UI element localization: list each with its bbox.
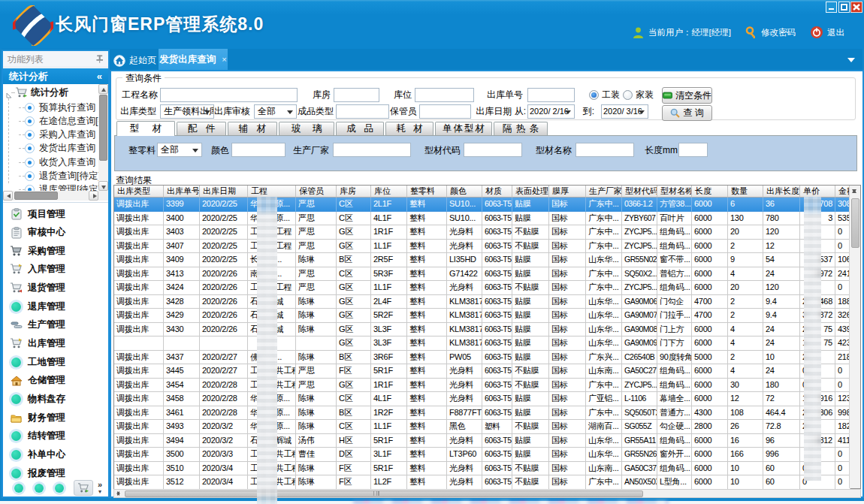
tab-close-icon[interactable]: ×: [222, 55, 226, 64]
sidebar-module-7[interactable]: 生产管理: [3, 316, 108, 334]
collapse-icon[interactable]: «: [97, 68, 102, 84]
column-header[interactable]: 整零料: [407, 186, 447, 198]
sidebar-module-8[interactable]: 出库管理: [3, 335, 108, 353]
material-tab-5[interactable]: 成品: [336, 122, 384, 135]
material-tab-7[interactable]: 单体型材: [435, 122, 492, 135]
maximize-button[interactable]: [838, 2, 850, 13]
table-row[interactable]: 调拨出库34092020/2/25长...陈琳B区2R5F整料LI35HD606…: [114, 253, 850, 267]
table-row[interactable]: 调拨出库33992020/2/25华原...严思C区2L1F整料SU10...6…: [114, 198, 850, 212]
profile-code-input[interactable]: [464, 143, 522, 157]
table-row[interactable]: 调拨出库35122020/3/4工共工程陈琳F区1L2F整料光身料6063-T5…: [114, 475, 850, 490]
tree-horizontal-scrollbar[interactable]: [3, 191, 98, 201]
tree-root[interactable]: 统计分析: [3, 86, 68, 99]
column-header[interactable]: 数量: [728, 186, 763, 198]
sidebar-module-1[interactable]: 项目管理: [3, 205, 108, 223]
material-tab-2[interactable]: 配件: [177, 122, 226, 135]
keeper-input[interactable]: [419, 104, 471, 119]
sidebar-module-11[interactable]: 物料盘存: [3, 391, 108, 409]
column-header[interactable]: 工程: [248, 186, 296, 198]
material-tab-6[interactable]: 耗材: [385, 122, 434, 135]
column-header[interactable]: 金额: [835, 186, 850, 198]
column-header[interactable]: 型材名称: [657, 186, 692, 198]
outbound-type-select[interactable]: 生产领料出库: [160, 104, 214, 119]
column-header[interactable]: 保管员: [296, 186, 337, 198]
module-dot-icon[interactable]: [14, 484, 23, 493]
table-vertical-scrollbar[interactable]: [849, 186, 860, 488]
close-button[interactable]: [850, 2, 862, 13]
sidebar-module-10[interactable]: 仓储管理: [3, 372, 108, 390]
date-from-picker[interactable]: 2020/ 2/16: [527, 104, 575, 119]
column-header[interactable]: 膜厚: [549, 186, 586, 198]
table-row[interactable]: 调拨出库35102020/3/4工共工程陈琳F区5R1F整料光身料6063-T5…: [114, 462, 850, 476]
tree-item[interactable]: 预算执行查询: [19, 101, 95, 114]
material-tab-4[interactable]: 玻璃: [279, 122, 334, 135]
table-row[interactable]: 调拨出库34612020/2/28华原...陈琳B区1R2F整料F8877FT6…: [114, 406, 850, 421]
table-row[interactable]: 调拨出库34932020/3/2华原...陈琳C区1L1F整料黑色塑料不贴膜国标…: [114, 420, 850, 434]
tree-vertical-scrollbar[interactable]: [98, 84, 108, 201]
table-row[interactable]: 调拨出库34242020/2/26工工程严思G区1L1F整料光身料6063-T5…: [114, 281, 850, 295]
module-dot-icon[interactable]: [55, 484, 64, 493]
table-row[interactable]: 调拨出库34452020/2/27工共工程严思F区5R1F整料光身料6063-T…: [114, 364, 850, 379]
table-row[interactable]: 调拨出库34282020/2/26石城陈琳G区2L4F整料KLM38176063…: [114, 295, 850, 309]
sidebar-module-5[interactable]: 退货管理: [3, 279, 108, 297]
sidebar-section-header[interactable]: 统计分析 «: [3, 68, 108, 84]
material-tab-3[interactable]: 辅材: [228, 122, 277, 135]
sidebar-module-3[interactable]: 采购管理: [3, 242, 108, 260]
column-header[interactable]: 出库类型: [114, 186, 164, 198]
column-header[interactable]: 长度: [692, 186, 728, 198]
profile-name-input[interactable]: [575, 143, 634, 157]
table-row[interactable]: 调拨出库35002020/3/3工共工程曹佳D区3L1F整料LT3P606063…: [114, 448, 850, 462]
table-row[interactable]: 调拨出库34032020/2/25工工程严思G区1R1F整料光身料6063-T5…: [114, 225, 850, 240]
table-row[interactable]: 调拨出库34542020/2/28工共工程严思G区1R1F整料光身料6063-T…: [114, 379, 850, 393]
tree-item[interactable]: 采购入库查询: [19, 128, 95, 142]
sidebar-module-12[interactable]: 财务管理: [3, 409, 108, 427]
length-mm-input[interactable]: [678, 143, 708, 157]
tab-home[interactable]: 起始页: [113, 51, 156, 70]
column-header[interactable]: 库房: [337, 186, 371, 198]
sidebar-module-6[interactable]: 退库管理: [3, 297, 108, 315]
table-horizontal-scrollbar[interactable]: [113, 489, 861, 498]
tree-item[interactable]: 退货查询[待定]: [19, 170, 101, 183]
sidebar-module-4[interactable]: 入库管理: [3, 261, 108, 279]
radio-industrial[interactable]: [589, 90, 599, 100]
column-header[interactable]: 出库单号: [164, 186, 200, 198]
tree-item[interactable]: 在途信息查询[待: [19, 114, 107, 128]
outbound-audit-select[interactable]: 全部: [254, 104, 297, 119]
search-button[interactable]: 查 询: [662, 105, 712, 121]
radio-industrial-label[interactable]: 工装: [602, 88, 621, 101]
radio-home[interactable]: [623, 90, 633, 100]
tree-item[interactable]: 发货出库查询: [19, 142, 95, 155]
material-tab-1[interactable]: 型材: [116, 121, 175, 136]
table-row[interactable]: 调拨出库34942020/3/2石辉城汤伟H区5R1F整料光身料6063-T5贴…: [114, 434, 850, 448]
material-tab-8[interactable]: 隔热条: [494, 122, 548, 135]
column-header[interactable]: 库位: [371, 186, 407, 198]
column-header[interactable]: 单价: [800, 186, 835, 198]
table-row[interactable]: 调拨出库34072020/2/25工工程严思G区1L1F整料光身料6063-T5…: [114, 240, 850, 254]
module-dot-icon[interactable]: [35, 484, 44, 493]
pin-icon[interactable]: [95, 54, 104, 64]
sidebar-module-13[interactable]: 结转管理: [3, 427, 108, 445]
table-row[interactable]: 调拨出库34582020/2/28华原...陈琳C区4L1F整料光身料6063-…: [114, 392, 850, 406]
column-header[interactable]: 材质: [482, 186, 512, 198]
date-to-picker[interactable]: 2020/ 3/16: [601, 104, 648, 119]
maker-input[interactable]: [333, 143, 411, 157]
column-header[interactable]: 出库日期: [200, 186, 248, 198]
overflow-chevron-icon[interactable]: »▾: [98, 481, 102, 495]
whole-part-select[interactable]: 全部: [157, 143, 202, 157]
table-row[interactable]: 调拨出库34292020/2/26石城陈琳G区5R2F整料KLM38176063…: [114, 309, 850, 323]
column-header[interactable]: 生产厂家: [586, 186, 622, 198]
location-input[interactable]: [415, 88, 474, 102]
project-name-input[interactable]: [160, 88, 298, 102]
radio-home-label[interactable]: 家装: [636, 88, 655, 101]
sidebar-module-14[interactable]: 补单中心: [3, 445, 108, 463]
column-header[interactable]: 颜色: [447, 186, 482, 198]
warehouse-input[interactable]: [334, 88, 379, 102]
column-header[interactable]: 出库长度: [763, 186, 800, 198]
table-row[interactable]: 调拨出库34302020/2/26石城陈琳G区3L3F整料KLM38176063…: [114, 323, 850, 337]
sidebar-module-2[interactable]: 审核中心: [3, 224, 108, 242]
footer-cart-button[interactable]: [74, 480, 93, 496]
tab-shipping-outbound-query[interactable]: 发货出库查询 ×: [159, 49, 228, 70]
table-row[interactable]: G区3L3F整料KLM38176063-T5贴膜国标山东华...GA90M09.…: [114, 337, 850, 351]
color-input[interactable]: [231, 143, 285, 157]
clear-conditions-button[interactable]: 清空条件: [662, 87, 712, 104]
